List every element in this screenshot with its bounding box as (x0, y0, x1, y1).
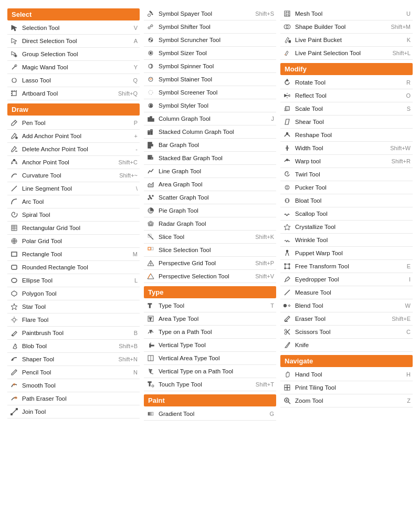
tool-row[interactable]: Eyedropper ToolI (280, 273, 413, 286)
tool-row[interactable]: Pie Graph Tool (144, 204, 276, 217)
tool-shortcut: \ (136, 185, 138, 192)
tool-row[interactable]: Bar Graph Tool (144, 139, 276, 152)
tool-row[interactable]: Anchor Point ToolShift+C (7, 156, 140, 169)
tool-row[interactable]: Zoom ToolZ (280, 394, 413, 407)
tool-row[interactable]: Delete Anchor Point Tool- (7, 143, 140, 156)
tool-row[interactable]: Lasso ToolQ (7, 74, 140, 87)
tool-row[interactable]: Live Paint Selection ToolShift+L (280, 47, 413, 60)
tool-row[interactable]: Bloat Tool (280, 194, 413, 207)
tool-row[interactable]: Rounded Rectangle Tool (7, 261, 140, 274)
tool-row[interactable]: Scatter Graph Tool (144, 191, 276, 204)
tool-row[interactable]: Stacked Column Graph Tool (144, 126, 276, 139)
tool-row[interactable]: Reshape Tool (280, 129, 413, 142)
tool-row[interactable]: Warp toolShift+R (280, 155, 413, 168)
tool-row[interactable]: Stacked Bar Graph Tool (144, 152, 276, 165)
arrow-icon (9, 23, 19, 33)
tool-row[interactable]: Flare Tool (7, 314, 140, 327)
tool-row[interactable]: Scissors ToolC (280, 326, 413, 339)
tool-row[interactable]: Symbol Spinner Tool (144, 60, 276, 73)
tool-row[interactable]: Polygon Tool (7, 287, 140, 300)
svg-point-44 (150, 11, 151, 12)
tool-row[interactable]: Line Graph Tool (144, 165, 276, 178)
tool-row[interactable]: Paintbrush ToolB (7, 327, 140, 340)
tool-row[interactable]: Magic Wand ToolY (7, 61, 140, 74)
tool-row[interactable]: SSymbol Styler Tool (144, 99, 276, 112)
tool-row[interactable]: Shaper ToolShift+N (7, 353, 140, 366)
tool-row[interactable]: Hand ToolH (280, 368, 413, 381)
tool-row[interactable]: Symbol Stainer Tool (144, 73, 276, 86)
tool-row[interactable]: Mesh ToolU (280, 7, 413, 20)
tool-row[interactable]: Free Transform ToolE (280, 260, 413, 273)
tool-row[interactable]: Spiral Tool (7, 208, 140, 222)
tool-row[interactable]: Symbol Screener Tool (144, 86, 276, 99)
tool-row[interactable]: Column Graph ToolJ (144, 112, 276, 126)
tool-row[interactable]: Rectangle ToolM (7, 248, 140, 261)
tool-row[interactable]: TTouch Type ToolShift+T (144, 378, 276, 391)
tool-row[interactable]: Crystallize Tool (280, 221, 413, 234)
tool-row[interactable]: Path Eraser Tool (7, 392, 140, 405)
tool-row[interactable]: Line Segment Tool\ (7, 182, 140, 195)
tool-row[interactable]: Blend ToolW (280, 299, 413, 312)
tool-row[interactable]: Blob ToolShift+B (7, 340, 140, 353)
tool-row[interactable]: TArea Type Tool (144, 312, 276, 326)
tool-row[interactable]: Rectangular Grid Tool (7, 222, 140, 235)
tool-row[interactable]: Scallop Tool (280, 207, 413, 221)
tool-row[interactable]: +Add Anchor Point Tool+ (7, 130, 140, 143)
tool-row[interactable]: TType on a Path Tool (144, 326, 276, 339)
tool-row[interactable]: Twirl Tool (280, 168, 413, 181)
tool-row[interactable]: TVertical Type Tool (144, 339, 276, 352)
tool-row[interactable]: TVertical Type on a Path Tool (144, 365, 276, 378)
tool-row[interactable]: Gradient ToolG (144, 407, 276, 421)
tool-row[interactable]: Smooth Tool (7, 379, 140, 392)
tool-row[interactable]: Arc Tool (7, 195, 140, 208)
tool-row[interactable]: +Group Selection Tool (7, 48, 140, 61)
tool-shortcut: P (134, 120, 138, 126)
tool-row[interactable]: Live Paint BucketK (280, 34, 413, 47)
tool-row[interactable]: Ellipse ToolL (7, 274, 140, 287)
tool-row[interactable]: Scale ToolS (280, 102, 413, 116)
tool-row[interactable]: Join Tool (7, 405, 140, 419)
polygon-icon (9, 289, 19, 298)
tool-row[interactable]: Symbol Sizer Tool (144, 47, 276, 60)
type-path-icon: T (146, 327, 155, 337)
tool-row[interactable]: Polar Grid Tool (7, 235, 140, 248)
tool-row[interactable]: Perspective Grid ToolShift+P (144, 257, 276, 270)
tool-row[interactable]: Radar Graph Tool (144, 217, 276, 231)
tool-row[interactable]: Reflect ToolO (280, 89, 413, 102)
tool-row[interactable]: Symbol Scruncher Tool (144, 34, 276, 47)
tool-row[interactable]: TType ToolT (144, 299, 276, 312)
slice-icon (146, 232, 155, 242)
tool-row[interactable]: Area Graph Tool (144, 178, 276, 191)
tool-row[interactable]: Print Tiling Tool (280, 381, 413, 394)
tool-row[interactable]: Pencil ToolN (7, 366, 140, 379)
tool-name: Pucker Tool (295, 184, 411, 191)
tool-row[interactable]: Knife (280, 339, 413, 352)
tool-row[interactable]: Pen ToolP (7, 117, 140, 130)
tool-row[interactable]: Width ToolShift+W (280, 142, 413, 155)
tool-row[interactable]: Puppet Warp Tool (280, 247, 413, 260)
tool-row[interactable]: Measure Tool (280, 286, 413, 299)
tool-row[interactable]: Slice Selection Tool (144, 244, 276, 257)
tool-row[interactable]: Perspective Selection ToolShift+V (144, 270, 276, 283)
tool-row[interactable]: Shape Builder ToolShift+M (280, 20, 413, 34)
graph-radar-icon (146, 219, 155, 228)
tool-row[interactable]: Slice ToolShift+K (144, 231, 276, 244)
tool-row[interactable]: Vertical Area Type Tool (144, 352, 276, 365)
tool-row[interactable]: Direct Selection ToolA (7, 35, 140, 48)
tool-row[interactable]: Curvature ToolShift+~ (7, 169, 140, 182)
tool-row[interactable]: Eraser ToolShift+E (280, 312, 413, 326)
tool-row[interactable]: Symbol Shifter Tool (144, 20, 276, 34)
tool-shortcut: Shift+~ (119, 172, 138, 179)
tool-row[interactable]: Shear Tool (280, 116, 413, 129)
svg-point-121 (285, 264, 286, 265)
tool-row[interactable]: Rotate ToolR (280, 76, 413, 89)
tool-row[interactable]: Wrinkle Tool (280, 234, 413, 247)
rect-round-icon (9, 263, 19, 272)
tool-row[interactable]: Symbol Spayer ToolShift+S (144, 7, 276, 20)
tool-row[interactable]: Artboard ToolShift+Q (7, 87, 140, 100)
tool-row[interactable]: Pucker Tool (280, 181, 413, 194)
tool-row[interactable]: Selection ToolV (7, 22, 140, 35)
paint-bucket-icon (282, 35, 292, 45)
svg-rect-26 (12, 265, 17, 269)
tool-row[interactable]: Star Tool (7, 300, 140, 314)
